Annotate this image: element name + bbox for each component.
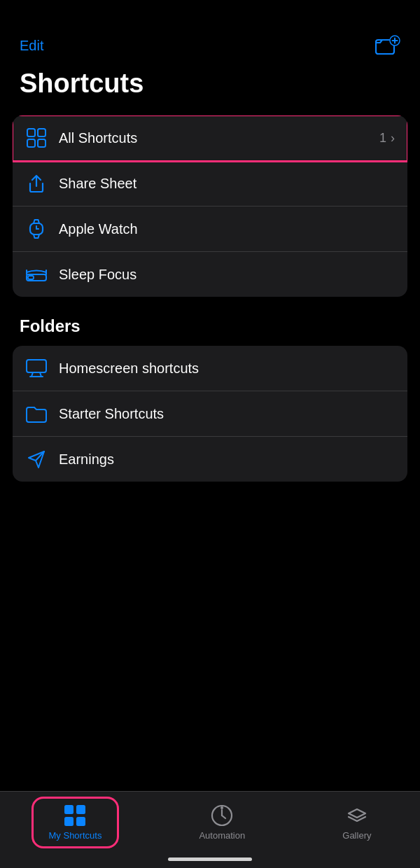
homescreen-shortcuts-item[interactable]: Homescreen shortcuts [13, 346, 407, 391]
home-indicator [168, 858, 252, 861]
starter-shortcuts-item[interactable]: Starter Shortcuts [13, 391, 407, 437]
starter-shortcuts-label: Starter Shortcuts [59, 406, 395, 422]
automation-tab-label: Automation [199, 830, 245, 841]
my-shortcuts-tab-label: My Shortcuts [49, 830, 102, 841]
sleep-focus-label: Sleep Focus [59, 267, 395, 283]
homescreen-shortcuts-label: Homescreen shortcuts [59, 360, 395, 377]
share-sheet-item[interactable]: Share Sheet [13, 161, 407, 206]
new-folder-icon[interactable] [375, 35, 400, 56]
earnings-item[interactable]: Earnings [13, 437, 407, 482]
header: Edit [0, 0, 420, 63]
sleep-icon [25, 263, 48, 286]
grid-icon [25, 127, 48, 149]
svg-rect-21 [64, 805, 74, 814]
earnings-label: Earnings [59, 451, 395, 468]
my-shortcuts-tab[interactable]: My Shortcuts [35, 800, 116, 845]
send-icon [25, 448, 48, 470]
tab-bar: My Shortcuts Automation Gallery [0, 791, 420, 868]
folders-list-group: Homescreen shortcuts Starter Shortcuts E… [13, 346, 407, 482]
all-shortcuts-label: All Shortcuts [59, 130, 379, 146]
apple-watch-item[interactable]: Apple Watch [13, 206, 407, 252]
gallery-tab-label: Gallery [342, 830, 371, 841]
edit-button[interactable]: Edit [20, 38, 43, 54]
share-sheet-label: Share Sheet [59, 176, 395, 192]
monitor-icon [25, 357, 48, 379]
svg-rect-13 [28, 276, 34, 279]
all-shortcuts-item[interactable]: All Shortcuts 1 › [13, 115, 407, 161]
watch-icon [25, 218, 48, 240]
share-icon [25, 172, 48, 195]
gallery-tab[interactable]: Gallery [328, 800, 385, 845]
all-shortcuts-badge: 1 [379, 131, 386, 146]
svg-rect-8 [38, 139, 46, 147]
layers-tab-icon [346, 804, 368, 827]
folders-section-label: Folders [0, 316, 420, 346]
svg-rect-7 [27, 139, 35, 147]
clock-tab-icon [211, 804, 233, 827]
svg-rect-24 [76, 817, 85, 826]
svg-rect-23 [64, 817, 74, 826]
svg-point-28 [220, 806, 223, 809]
svg-rect-5 [27, 129, 35, 136]
chevron-icon: › [391, 131, 395, 146]
sleep-focus-item[interactable]: Sleep Focus [13, 252, 407, 297]
svg-rect-6 [38, 129, 46, 136]
grid-tab-icon [64, 804, 86, 827]
automation-tab[interactable]: Automation [185, 800, 259, 845]
page-title: Shortcuts [0, 63, 420, 115]
folder-icon [25, 402, 48, 425]
svg-rect-16 [27, 360, 46, 372]
svg-rect-22 [76, 805, 85, 814]
svg-line-27 [222, 816, 225, 818]
apple-watch-label: Apple Watch [59, 221, 395, 237]
shortcuts-list-group: All Shortcuts 1 › Share Sheet Apple Watc… [13, 115, 407, 297]
